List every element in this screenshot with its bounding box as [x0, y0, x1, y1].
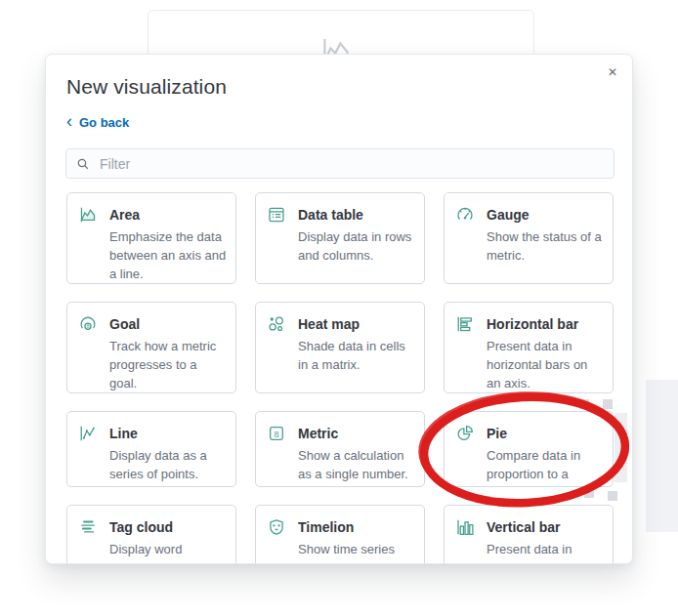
metric-icon: 8	[268, 425, 285, 442]
goal-icon: 8	[79, 315, 97, 333]
new-visualization-modal: ✕ New visualization ‹ Go back Area Empha…	[45, 54, 633, 564]
vis-type-card-area[interactable]: Area Emphasize the data between an axis …	[66, 192, 236, 284]
vis-type-description: Track how a metric progresses to a goal.	[109, 337, 228, 392]
search-icon	[76, 157, 90, 171]
vis-type-description: Display data as a series of points.	[109, 446, 228, 483]
vis-type-card-tag-cloud[interactable]: Tag cloud Display word frequency with fo…	[66, 505, 236, 564]
modal-title: New visualization	[66, 75, 227, 99]
data-table-icon	[268, 206, 285, 224]
vis-type-card-horizontal-bar[interactable]: Horizontal bar Present data in horizonta…	[444, 302, 614, 393]
vis-type-title: Timelion	[298, 519, 354, 535]
tag-cloud-icon	[79, 518, 97, 536]
timelion-icon	[268, 518, 285, 536]
vis-type-card-data-table[interactable]: Data table Display data in rows and colu…	[255, 192, 425, 284]
vis-type-description: Display data in rows and columns.	[298, 227, 416, 265]
vis-type-card-gauge[interactable]: Gauge Show the status of a metric.	[444, 192, 614, 284]
vis-type-title: Line	[109, 426, 138, 441]
go-back-label: Go back	[79, 115, 129, 130]
gauge-icon	[456, 206, 474, 224]
heat-map-icon	[268, 315, 285, 333]
vis-type-description: Show a calculation as a single number.	[298, 446, 416, 483]
checker-patch	[614, 413, 627, 482]
vis-type-title: Heat map	[298, 316, 360, 332]
vis-type-title: Metric	[298, 426, 338, 441]
area-chart-icon	[79, 206, 97, 224]
checker-square	[584, 488, 594, 498]
vis-type-description: Present data in vertical bars on an axis…	[487, 540, 605, 564]
vis-type-description: Present data in horizontal bars on an ax…	[487, 337, 605, 392]
pie-chart-icon	[456, 425, 474, 442]
vis-type-title: Data table	[298, 207, 363, 223]
checker-square	[579, 399, 589, 409]
vis-type-card-timelion[interactable]: Timelion Show time series data on a grap…	[255, 505, 425, 564]
filter-search-box[interactable]	[65, 148, 614, 179]
close-icon[interactable]: ✕	[603, 62, 622, 83]
vis-type-card-pie[interactable]: Pie Compare data in proportion to a whol…	[444, 411, 614, 487]
vis-type-title: Pie	[487, 426, 507, 441]
vertical-bar-icon	[456, 518, 474, 536]
svg-text:8: 8	[86, 323, 89, 329]
vis-type-title: Horizontal bar	[487, 316, 578, 332]
vis-type-description: Display word frequency with font size.	[109, 540, 228, 564]
vis-type-title: Area	[109, 207, 140, 223]
vis-type-description: Show time series data on a graph.	[298, 540, 416, 564]
horizontal-bar-icon	[456, 315, 474, 333]
chevron-left-icon: ‹	[66, 112, 72, 130]
vis-type-description: Compare data in proportion to a whole.	[487, 446, 605, 487]
visualization-type-grid: Area Emphasize the data between an axis …	[66, 192, 614, 564]
filter-input[interactable]	[98, 155, 604, 173]
vis-type-description: Emphasize the data between an axis and a…	[109, 227, 228, 283]
vis-type-card-line[interactable]: Line Display data as a series of points.	[66, 411, 236, 487]
vis-type-title: Gauge	[487, 207, 530, 223]
svg-text:8: 8	[274, 430, 278, 439]
vis-type-card-goal[interactable]: 8 Goal Track how a metric progresses to …	[66, 302, 236, 393]
line-chart-icon	[79, 425, 97, 442]
vis-type-description: Show the status of a metric.	[487, 227, 605, 265]
checker-square	[603, 399, 613, 409]
checker-square	[608, 491, 617, 501]
vis-type-card-vertical-bar[interactable]: Vertical bar Present data in vertical ba…	[444, 505, 614, 564]
vis-type-description: Shade data in cells in a matrix.	[298, 337, 416, 374]
vis-type-title: Vertical bar	[487, 519, 561, 535]
go-back-link[interactable]: ‹ Go back	[66, 115, 129, 130]
vis-type-card-metric[interactable]: 8 Metric Show a calculation as a single …	[255, 411, 425, 487]
vis-type-title: Tag cloud	[109, 519, 173, 535]
background-gray-band	[646, 380, 678, 532]
vis-type-title: Goal	[109, 316, 140, 332]
vis-type-card-heat-map[interactable]: Heat map Shade data in cells in a matrix…	[255, 302, 425, 393]
